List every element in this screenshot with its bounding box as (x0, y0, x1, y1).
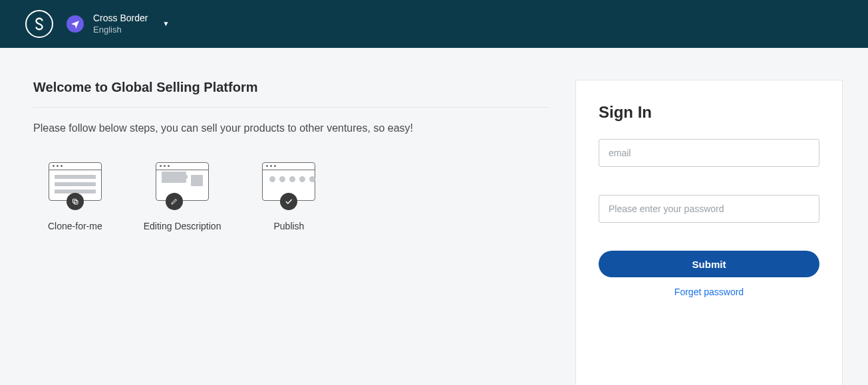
step-label: Publish (273, 221, 304, 231)
locale-selector[interactable]: Cross Border English ▼ (67, 12, 169, 35)
main-content: Welcome to Global Selling Platform Pleas… (0, 48, 868, 385)
publish-icon (262, 162, 315, 209)
step-clone: Clone-for-me (48, 162, 102, 231)
app-logo (25, 10, 53, 38)
app-header: Cross Border English ▼ (0, 0, 868, 48)
step-publish: Publish (262, 162, 315, 231)
caret-down-icon: ▼ (162, 20, 169, 27)
email-input[interactable] (599, 139, 819, 167)
signin-title: Sign In (599, 103, 819, 122)
step-edit: Editing Description (144, 162, 221, 231)
submit-button[interactable]: Submit (599, 251, 819, 277)
step-label: Clone-for-me (48, 221, 102, 231)
forget-password-link[interactable]: Forget password (599, 287, 819, 297)
locale-text: Cross Border English (93, 12, 148, 35)
step-label: Editing Description (144, 221, 221, 231)
svg-rect-1 (74, 201, 78, 205)
plane-icon (67, 15, 84, 33)
signin-panel: Sign In Submit Forget password (575, 80, 843, 385)
welcome-subtitle: Please follow below steps, you can sell … (33, 122, 549, 134)
locale-language: English (93, 25, 148, 36)
steps-row: Clone-for-me (48, 162, 549, 231)
welcome-title: Welcome to Global Selling Platform (33, 80, 549, 108)
welcome-section: Welcome to Global Selling Platform Pleas… (33, 80, 549, 385)
password-input[interactable] (599, 195, 819, 223)
edit-icon (156, 162, 209, 209)
svg-rect-0 (72, 199, 76, 203)
clone-icon (49, 162, 102, 209)
locale-title: Cross Border (93, 12, 148, 24)
